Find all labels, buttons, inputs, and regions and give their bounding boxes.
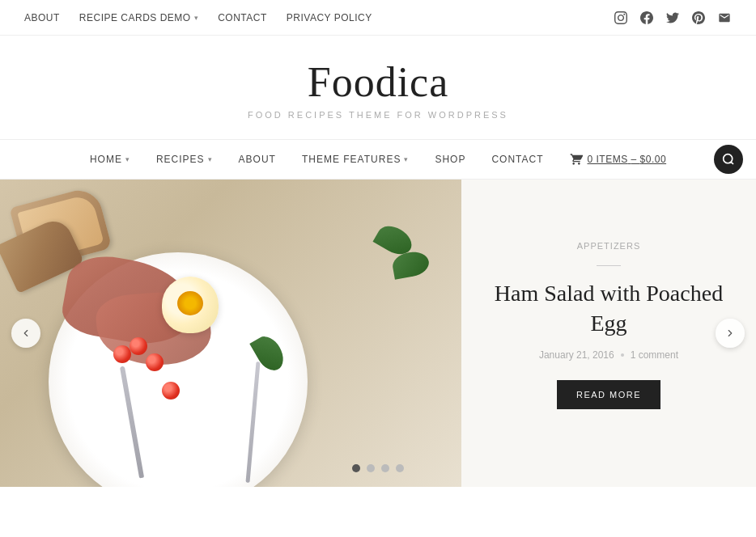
tomato-1: [130, 337, 147, 355]
site-logo[interactable]: Foodica: [308, 61, 449, 104]
email-icon[interactable]: [717, 11, 732, 25]
theme-features-chevron: ▾: [404, 155, 409, 163]
hero-section: Appetizers Ham Salad with Poached Egg Ja…: [0, 180, 756, 487]
home-chevron: ▾: [125, 155, 130, 163]
egg: [162, 277, 219, 333]
next-arrow[interactable]: [716, 319, 745, 348]
top-nav-recipe-cards[interactable]: RECIPE CARDS DEMO ▾: [79, 12, 198, 23]
egg-yolk: [177, 291, 203, 315]
food-overlay: [0, 180, 461, 487]
site-tagline: FOOD RECIPES THEME FOR WORDPRESS: [16, 110, 740, 120]
pinterest-icon[interactable]: [691, 11, 706, 25]
hero-divider: [597, 265, 621, 266]
top-nav-links: ABOUT RECIPE CARDS DEMO ▾ CONTACT PRIVAC…: [24, 12, 372, 23]
slider-dot-4[interactable]: [396, 464, 404, 472]
prev-icon: [20, 328, 32, 339]
cart-label: 0 ITEMS – $0.00: [588, 154, 667, 165]
search-icon: [722, 153, 735, 166]
main-nav-links: HOME ▾ RECIPES ▾ ABOUT THEME FEATURES ▾ …: [77, 139, 679, 180]
twitter-icon[interactable]: [665, 11, 680, 25]
hero-category: Appetizers: [577, 241, 640, 251]
slider-dot-2[interactable]: [367, 464, 375, 472]
hero-text: Appetizers Ham Salad with Poached Egg Ja…: [461, 180, 756, 487]
hero-meta: January 21, 2016 1 comment: [539, 349, 678, 361]
search-button[interactable]: [714, 145, 743, 174]
main-nav: HOME ▾ RECIPES ▾ ABOUT THEME FEATURES ▾ …: [0, 139, 756, 180]
instagram-icon[interactable]: [614, 11, 628, 25]
tomato-4: [162, 382, 180, 400]
hero-comments: 1 comment: [631, 349, 678, 361]
facebook-icon[interactable]: [639, 11, 654, 25]
social-icons-group: [614, 11, 732, 25]
top-nav-about[interactable]: ABOUT: [24, 12, 60, 23]
cart-link[interactable]: 0 ITEMS – $0.00: [557, 139, 680, 180]
slider-dot-3[interactable]: [381, 464, 389, 472]
slider-dots: [0, 464, 756, 472]
recipe-cards-chevron: ▾: [194, 14, 199, 22]
site-header: Foodica FOOD RECIPES THEME FOR WORDPRESS: [0, 36, 756, 139]
recipes-chevron: ▾: [208, 155, 213, 163]
cart-icon: [570, 153, 583, 166]
hero-title: Ham Salad with Poached Egg: [486, 279, 732, 338]
top-nav-contact[interactable]: CONTACT: [218, 12, 267, 23]
hero-image: [0, 180, 461, 487]
nav-contact[interactable]: CONTACT: [478, 139, 556, 180]
read-more-button[interactable]: READ MORE: [557, 380, 660, 409]
nav-theme-features[interactable]: THEME FEATURES ▾: [289, 139, 422, 180]
nav-recipes[interactable]: RECIPES ▾: [143, 139, 226, 180]
fork: [120, 366, 144, 479]
tomato-3: [113, 345, 131, 363]
nav-shop[interactable]: SHOP: [422, 139, 478, 180]
nav-home[interactable]: HOME ▾: [77, 139, 143, 180]
nav-about[interactable]: ABOUT: [226, 139, 289, 180]
top-nav-bar: ABOUT RECIPE CARDS DEMO ▾ CONTACT PRIVAC…: [0, 0, 756, 36]
prev-arrow[interactable]: [11, 319, 40, 348]
next-icon: [724, 328, 736, 339]
top-nav-privacy[interactable]: PRIVACY POLICY: [287, 12, 372, 23]
tomato-2: [146, 353, 164, 371]
slider-dot-1[interactable]: [352, 464, 360, 472]
hero-date: January 21, 2016: [539, 349, 614, 361]
meta-separator: [621, 353, 624, 357]
